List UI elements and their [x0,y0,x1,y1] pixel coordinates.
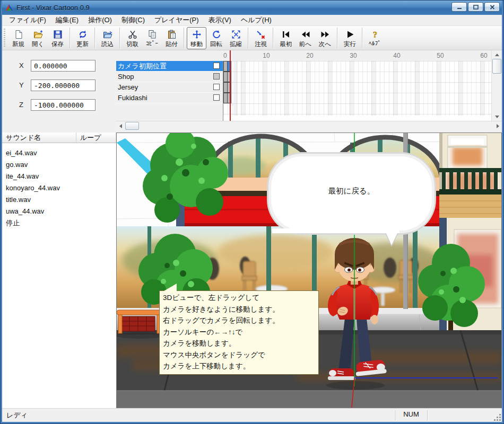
sound-item[interactable]: uwa_44.wav [2,206,116,217]
tooltip-line: マウス中央ボタンをドラッグで [163,349,315,361]
sound-panel: サウンド名 ループ ei_44.wav go.wav ite_44.wav ko… [2,132,116,408]
go-first-icon [281,29,291,40]
help-button[interactable]: ? ﾍﾙﾌﾟ [365,27,385,49]
application-window: First - Vixar Cartoon 0.9 ファイル(F) 編集(E) … [0,0,504,424]
move-arrows-icon [192,29,202,40]
track-row-jersey[interactable]: Jersey [116,82,223,93]
scroll-down-button[interactable] [492,112,502,121]
rotate-button[interactable]: 回転 [206,27,226,49]
move-button[interactable]: 移動 [187,27,206,49]
menu-edit[interactable]: 編集(E) [51,14,83,26]
toolbar-separator [69,28,71,48]
y-field[interactable] [31,80,95,91]
menu-help[interactable]: ヘルプ(H) [236,14,276,26]
sound-item[interactable]: konoyaro_44.wav [2,182,116,194]
scrollbar-thumb[interactable] [125,122,139,130]
track-list: カメラ初期位置 Shop Jersey Fukidashi [116,61,223,103]
new-document-icon [14,29,23,40]
camera-position-panel: X Y Z [2,50,116,130]
copy-button[interactable]: ｺﾋﾟｰ [142,27,162,49]
z-label: Z [19,101,23,109]
tooltip-line: カーソルキーの←→↑↓で [163,326,315,338]
run-play-icon [345,29,355,40]
track-row-camera-initial[interactable]: カメラ初期位置 [116,61,223,72]
ruler-tick: 30 [350,52,357,59]
maximize-icon [473,5,479,10]
sound-item[interactable]: ei_44.wav [2,147,116,159]
ruler-tick: 10 [263,52,270,59]
sound-item[interactable]: ite_44.wav [2,171,116,182]
sound-name-header[interactable]: サウンド名 [2,132,76,143]
scroll-right-button[interactable] [493,121,502,130]
first-button[interactable]: 最初 [276,27,296,49]
sound-loop-header[interactable]: ループ [76,132,116,143]
previous-button[interactable]: 前へ [296,27,315,49]
copy-pages-icon [147,29,157,40]
3d-viewport[interactable]: 最初に戻る。 3Dビューで、左ドラッグして カメラを好きなように移動します。 右… [116,132,502,408]
svg-text:?: ? [373,30,377,39]
x-label: X [19,61,24,69]
new-button[interactable]: 新規 [8,27,28,49]
num-lock-indicator: NUM [395,410,428,420]
save-button[interactable]: 保存 [48,27,67,49]
z-field[interactable] [31,99,95,111]
minimize-button[interactable] [451,2,467,12]
track-checkbox[interactable] [213,94,220,101]
scroll-up-button[interactable] [492,50,502,59]
window-title: First - Vixar Cartoon 0.9 [16,4,90,12]
toolbar-separator [248,28,249,48]
rotate-arrow-icon [212,29,221,40]
menu-player[interactable]: プレイヤー(P) [150,14,204,26]
toolbar-separator [273,28,274,48]
track-row-fukidashi[interactable]: Fukidashi [116,93,223,103]
scroll-left-button[interactable] [116,121,125,130]
menu-operation[interactable]: 操作(O) [83,14,117,26]
app-logo-icon [5,3,14,12]
status-message: レディ [6,411,28,420]
run-button[interactable]: 実行 [340,27,360,49]
open-button[interactable]: 開く [28,27,48,49]
refresh-button[interactable]: 更新 [73,27,92,49]
menu-view[interactable]: 表示(V) [204,14,236,26]
y-label: Y [19,81,24,89]
maximize-button[interactable] [468,2,483,12]
tooltip-line: カメラを好きなように移動します。 [163,304,315,315]
sound-item[interactable]: go.wav [2,159,116,171]
timeline-vertical-scrollbar[interactable] [491,50,502,121]
scrollbar-thumb[interactable] [492,59,501,74]
track-checkbox[interactable] [213,84,220,90]
titlebar[interactable]: First - Vixar Cartoon 0.9 [0,0,504,15]
camera-help-tooltip: 3Dビューで、左ドラッグして カメラを好きなように移動します。 右ドラッグでカメ… [159,290,319,375]
scale-button[interactable]: 拡縮 [226,27,246,49]
close-button[interactable] [484,2,500,12]
ruler-tick: 50 [437,52,444,59]
go-previous-icon [301,29,310,40]
toolbar-separator [119,28,120,48]
left-shoe [328,368,355,380]
timeline-panel: 0 10 20 30 40 50 60 カメラ初期位置 Shop Jersey … [116,50,502,130]
menu-control[interactable]: 制御(C) [117,14,150,26]
x-field[interactable] [31,60,95,72]
gaze-button[interactable]: 注視 [251,27,271,49]
timeline-grid[interactable] [223,61,491,121]
sound-item[interactable]: 停止 [2,217,116,229]
toolbar-separator [362,28,363,48]
next-button[interactable]: 次へ [315,27,335,49]
close-icon [490,5,495,10]
track-checkbox[interactable] [213,73,220,80]
timeline-horizontal-scrollbar[interactable] [116,121,502,130]
toolbar-grip[interactable] [4,29,5,48]
ruler-tick: 20 [306,52,313,59]
load-button[interactable]: 読込 [98,27,117,49]
timeline-ruler[interactable]: 0 10 20 30 40 50 60 [223,50,491,61]
resize-grip-icon[interactable] [494,414,501,421]
open-folder-icon [33,29,43,40]
menu-file[interactable]: ファイル(F) [4,14,51,26]
paste-button[interactable]: 貼付 [162,27,181,49]
playhead[interactable] [230,50,231,121]
tooltip-line: 3Dビューで、左ドラッグして [163,292,315,304]
cut-button[interactable]: 切取 [123,27,142,49]
sound-item[interactable]: title.wav [2,194,116,206]
track-checkbox[interactable] [213,63,220,69]
track-row-shop[interactable]: Shop [116,72,223,82]
